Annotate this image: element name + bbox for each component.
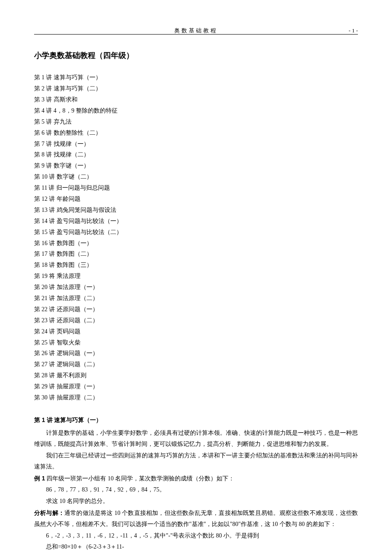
toc-item: 第 22 讲 还原问题（一） <box>34 304 358 315</box>
toc-item: 第 24 讲 页码问题 <box>34 326 358 337</box>
toc-item: 第 10 讲 数字谜（二） <box>34 171 358 182</box>
toc-item: 第 28 讲 最不利原则 <box>34 370 358 381</box>
page: 奥数基础教程 - 1 - 小学奥数基础教程（四年级） 第 1 讲 速算与巧算（一… <box>0 0 392 555</box>
toc-item: 第 13 讲 鸡兔同笼问题与假设法 <box>34 205 358 216</box>
toc-item: 第 19 将 乘法原理 <box>34 271 358 282</box>
toc-item: 第 17 讲 数阵图（二） <box>34 249 358 260</box>
example-data: 86，78，77，83，91，74，92，69，84，75。 <box>34 484 358 496</box>
section-title: 第 1 讲 速算与巧算（一） <box>34 414 358 426</box>
toc-item: 第 30 讲 抽屉原理（二） <box>34 392 358 403</box>
toc-item: 第 26 讲 逻辑问题（一） <box>34 348 358 359</box>
toc-item: 第 25 讲 智取火柴 <box>34 337 358 348</box>
toc-item: 第 1 讲 速算与巧算（一） <box>34 72 358 83</box>
toc-item: 第 20 讲 加法原理（一） <box>34 282 358 293</box>
toc-item: 第 15 讲 盈亏问题与比较法（二） <box>34 227 358 238</box>
toc-item: 第 27 讲 逻辑问题（二） <box>34 359 358 370</box>
header-center-text: 奥数基础教程 <box>174 26 218 36</box>
analysis-block: 分析与解：通常的做法是将这 10 个数直接相加，但这些数杂乱无章，直接相加既繁且… <box>34 507 358 530</box>
toc-item: 第 29 讲 抽屉原理（一） <box>34 381 358 392</box>
example-label: 例 1 <box>34 475 45 482</box>
toc-item: 第 6 讲 数的整除性（二） <box>34 127 358 139</box>
toc-item: 第 14 讲 盈亏问题与比较法（一） <box>34 216 358 227</box>
header-page-number: - 1 - <box>349 26 358 36</box>
toc-item: 第 16 讲 数阵图（一） <box>34 238 358 249</box>
document-title: 小学奥数基础教程（四年级） <box>34 48 358 63</box>
analysis-line: ＝800＋9＝809。 <box>34 553 358 555</box>
analysis-line: 总和=80×10＋（6-2-3＋3＋11- <box>34 541 358 553</box>
analysis-text: 通常的做法是将这 10 个数直接相加，但这些数杂乱无章，直接相加既繁且易错。观察… <box>34 510 358 528</box>
analysis-label: 分析与解： <box>34 509 64 516</box>
toc-item: 第 11 讲 归一问题与归总问题 <box>34 182 358 194</box>
toc-item: 第 21 讲 加法原理（二） <box>34 293 358 304</box>
toc-item: 第 8 讲 找规律（二） <box>34 149 358 160</box>
toc-item: 第 4 讲 4，8，9 整除的数的特征 <box>34 105 358 116</box>
example-line: 例 1 四年级一班第一小组有 10 名同学，某次数学测验的成绩（分数）如下： <box>34 473 358 485</box>
toc-item: 第 5 讲 弃九法 <box>34 116 358 127</box>
toc-item: 第 23 讲 还原问题（二） <box>34 315 358 326</box>
toc-item: 第 18 讲 数阵图（三） <box>34 260 358 271</box>
example-ask: 求这 10 名同学的总分。 <box>34 496 358 507</box>
toc-item: 第 2 讲 速算与巧算（二） <box>34 83 358 94</box>
toc-item: 第 12 讲 年龄问题 <box>34 194 358 205</box>
analysis-line: 6，-2，-3，3，11，-6，12，-11，4，-5，其中"-"号表示这个数比… <box>34 530 358 542</box>
paragraph: 我们在三年级已经讲过一些四则运算的速算与巧算的方法，本讲和下一讲主要介绍加法的基… <box>34 450 358 473</box>
example-stem: 四年级一班第一小组有 10 名同学，某次数学测验的成绩（分数）如下： <box>45 475 235 482</box>
paragraph: 计算是数学的基础，小学生要学好数学，必须具有过硬的计算本领。准确、快速的计算能力… <box>34 428 358 450</box>
toc-item: 第 7 讲 找规律（一） <box>34 139 358 150</box>
toc-item: 第 9 讲 数字谜（一） <box>34 160 358 171</box>
table-of-contents: 第 1 讲 速算与巧算（一） 第 2 讲 速算与巧算（二） 第 3 讲 高斯求和… <box>34 72 358 403</box>
toc-item: 第 3 讲 高斯求和 <box>34 94 358 105</box>
header-bar: 奥数基础教程 - 1 - <box>34 26 358 35</box>
